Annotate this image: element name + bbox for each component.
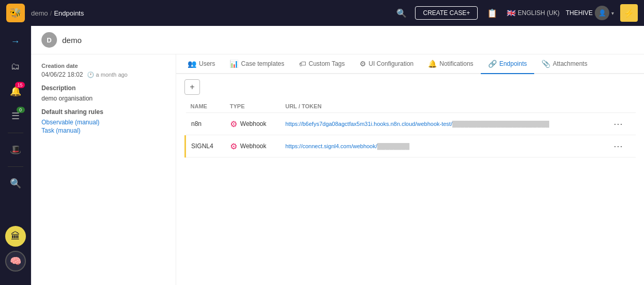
sidebar-divider-2	[8, 166, 23, 167]
tab-attachments-label: Attachments	[553, 60, 588, 67]
tab-endpoints-label: Endpoints	[499, 60, 527, 67]
notifications-tab-icon: 🔔	[428, 60, 437, 68]
endpoint-type-signl4: ⚙ Webhook	[225, 135, 280, 158]
user-avatar: 👤	[595, 6, 609, 20]
user-menu[interactable]: THEHIVE 👤 ▾	[566, 6, 614, 20]
sidebar-divider-1	[8, 133, 23, 133]
sidebar-item-hat[interactable]: 🎩	[5, 139, 26, 160]
tab-notifications[interactable]: 🔔 Notifications	[421, 54, 480, 74]
col-type: TYPE	[225, 100, 280, 113]
sidebar-item-tasks[interactable]: ☰ 0	[5, 106, 26, 126]
case-templates-tab-icon: 📊	[230, 60, 238, 68]
description-label: Description	[41, 84, 165, 92]
tab-content-endpoints: + NAME TYPE URL / TOKEN	[176, 74, 644, 285]
user-chevron-icon: ▾	[611, 10, 614, 16]
sharing-label: Default sharing rules	[41, 108, 165, 116]
create-case-button[interactable]: CREATE CASE+	[415, 6, 478, 20]
create-case-label: CREATE CASE+	[423, 9, 470, 17]
col-url: URL / TOKEN	[280, 100, 605, 113]
username-label: THEHIVE	[566, 9, 593, 17]
endpoint-url-signl4: https://connect.signl4.com/webhook/█████…	[280, 135, 605, 158]
breadcrumb-org[interactable]: demo	[31, 9, 48, 17]
custom-tags-tab-icon: 🏷	[299, 60, 306, 68]
row-menu-button-signl4[interactable]: ⋯	[610, 139, 626, 153]
table-header: NAME TYPE URL / TOKEN	[185, 100, 636, 113]
sidebar-item-org[interactable]: 🏛	[5, 226, 26, 247]
endpoint-name-n8n: n8n	[185, 113, 225, 135]
webhook-icon-signl4: ⚙	[230, 141, 237, 151]
alerts-badge: 15	[15, 82, 24, 88]
webhook-label-n8n: Webhook	[240, 120, 266, 127]
row-menu-button-n8n[interactable]: ⋯	[610, 117, 626, 131]
right-panel: 👥 Users 📊 Case templates 🏷 Custom Tags ⚙…	[176, 54, 644, 285]
content-area: Creation date 04/06/22 18:02 🕐 a month a…	[31, 54, 644, 285]
sidebar-item-cases[interactable]: 🗂	[5, 56, 26, 77]
sidebar-item-search[interactable]: 🔍	[5, 173, 26, 194]
org-avatar: D	[41, 32, 57, 48]
ui-config-tab-icon: ⚙	[360, 60, 366, 68]
url-link-signl4[interactable]: https://connect.signl4.com/webhook/█████…	[285, 143, 410, 149]
logo-icon: 🐝	[10, 7, 21, 19]
relative-time: 🕐 a month ago	[87, 72, 127, 78]
main-layout: → 🗂 🔔 15 ☰ 0 🎩 🔍 🏛 🧠 D demo	[0, 26, 644, 285]
tab-case-templates-label: Case templates	[241, 60, 284, 67]
reports-button[interactable]: 📋	[484, 6, 500, 20]
org-avatar-letter: D	[47, 36, 51, 44]
table-row: SIGNL4 ⚙ Webhook https://connect.signl4.…	[185, 135, 636, 158]
tab-notifications-label: Notifications	[439, 60, 473, 67]
breadcrumb: demo / Endpoints	[31, 9, 84, 17]
add-icon: +	[190, 82, 194, 92]
creation-date-text: 04/06/22 18:02	[41, 71, 83, 78]
table-body: n8n ⚙ Webhook https://b6efys7dga08agctfa…	[185, 113, 636, 158]
search-button[interactable]: 🔍	[394, 6, 409, 20]
endpoint-actions-n8n: ⋯	[605, 113, 636, 135]
endpoints-tab-icon: 🔗	[488, 60, 497, 68]
endpoints-table: NAME TYPE URL / TOKEN n8n	[184, 100, 636, 158]
tab-case-templates[interactable]: 📊 Case templates	[222, 54, 291, 74]
endpoint-actions-signl4: ⋯	[605, 135, 636, 158]
user-icon: 👤	[598, 9, 606, 17]
language-selector[interactable]: 🇬🇧 ENGLISH (UK)	[507, 9, 560, 17]
breadcrumb-sep: /	[50, 9, 52, 17]
sidebar-item-brain[interactable]: 🧠	[5, 251, 26, 272]
tabs-bar: 👥 Users 📊 Case templates 🏷 Custom Tags ⚙…	[176, 54, 644, 74]
flag-icon: 🇬🇧	[507, 9, 516, 17]
tab-attachments[interactable]: 📎 Attachments	[534, 54, 595, 74]
org-header: D demo	[31, 26, 644, 54]
relative-time-text: a month ago	[96, 72, 127, 78]
creation-date-value: 04/06/22 18:02 🕐 a month ago	[41, 71, 165, 78]
creation-date-label: Creation date	[41, 63, 165, 69]
webhook-icon-n8n: ⚙	[230, 119, 237, 129]
clock-icon: 🕐	[87, 72, 94, 78]
endpoint-url-n8n: https://b6efys7dga08agctfax5m31i.hooks.n…	[280, 113, 605, 135]
tab-ui-configuration[interactable]: ⚙ UI Configuration	[352, 54, 421, 74]
main-content: D demo Creation date 04/06/22 18:02 🕐 a …	[31, 26, 644, 285]
tab-custom-tags[interactable]: 🏷 Custom Tags	[292, 54, 352, 74]
tasks-badge: 0	[17, 107, 25, 113]
app-logo[interactable]: 🐝	[6, 4, 25, 22]
tab-custom-tags-label: Custom Tags	[309, 60, 345, 67]
tab-ui-configuration-label: UI Configuration	[369, 60, 414, 67]
col-actions	[605, 100, 636, 113]
breadcrumb-current: Endpoints	[54, 9, 84, 17]
webhook-label-signl4: Webhook	[240, 142, 266, 150]
endpoint-name-signl4: SIGNL4	[185, 135, 225, 158]
lightning-button[interactable]: ⚡	[620, 4, 638, 22]
sidebar-item-arrow[interactable]: →	[5, 31, 26, 52]
sharing-item-observable: Observable (manual)	[41, 119, 165, 126]
language-label: ENGLISH (UK)	[518, 9, 560, 17]
url-link-n8n[interactable]: https://b6efys7dga08agctfax5m31i.hooks.n…	[285, 121, 549, 127]
sidebar-item-alerts[interactable]: 🔔 15	[5, 81, 26, 102]
tab-users[interactable]: 👥 Users	[180, 54, 222, 74]
description-value: demo organisation	[41, 95, 165, 102]
tab-endpoints[interactable]: 🔗 Endpoints	[481, 54, 534, 74]
add-endpoint-button[interactable]: +	[184, 79, 200, 95]
lightning-icon: ⚡	[624, 8, 634, 18]
sidebar: → 🗂 🔔 15 ☰ 0 🎩 🔍 🏛 🧠	[0, 26, 31, 285]
endpoint-type-n8n: ⚙ Webhook	[225, 113, 280, 135]
left-panel: Creation date 04/06/22 18:02 🕐 a month a…	[31, 54, 176, 285]
table-row: n8n ⚙ Webhook https://b6efys7dga08agctfa…	[185, 113, 636, 135]
org-name: demo	[62, 36, 82, 45]
sharing-item-task: Task (manual)	[41, 127, 165, 134]
col-name: NAME	[185, 100, 225, 113]
